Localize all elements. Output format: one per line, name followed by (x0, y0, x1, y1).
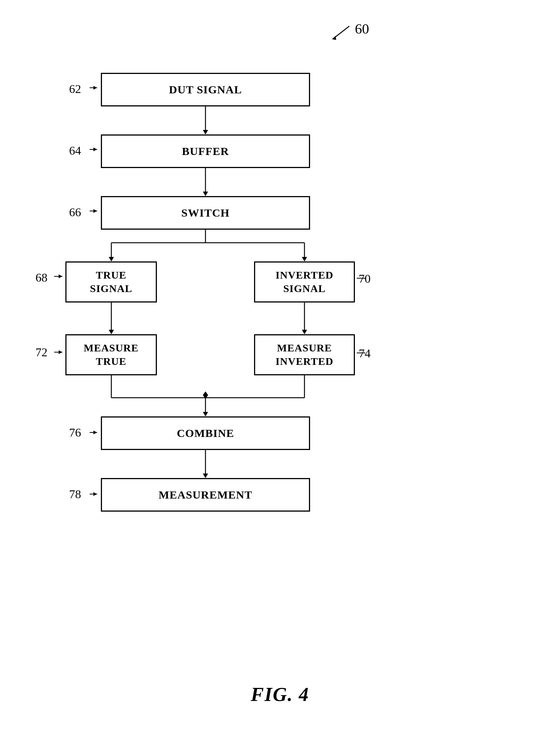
svg-marker-32 (302, 330, 307, 334)
combine-label: COMBINE (177, 427, 234, 440)
inverted-signal-box: INVERTEDSIGNAL (254, 261, 355, 302)
measure-inverted-box: MEASUREINVERTED (254, 334, 355, 375)
svg-marker-7 (93, 209, 97, 213)
buffer-label: BUFFER (182, 145, 229, 158)
svg-marker-5 (93, 148, 97, 151)
measure-inverted-label: MEASUREINVERTED (276, 341, 334, 369)
ref-64-arrow (69, 144, 99, 155)
svg-marker-3 (93, 86, 97, 90)
ref-72-arrow (35, 347, 65, 358)
svg-marker-30 (109, 330, 114, 334)
measure-true-box: MEASURETRUE (65, 334, 157, 375)
ref-74-arrow (355, 349, 366, 357)
ref-66-arrow (69, 205, 99, 217)
svg-marker-9 (59, 274, 62, 278)
diagram-container: 60 DUT SIGNAL 62 BUFFER 64 SWITCH 66 TRU… (0, 0, 560, 754)
measure-true-label: MEASURETRUE (84, 341, 139, 369)
svg-marker-12 (59, 350, 62, 354)
svg-marker-15 (93, 431, 97, 434)
dut-signal-label: DUT SIGNAL (169, 83, 242, 96)
ref-78-arrow (69, 488, 99, 500)
ref-76-arrow (69, 427, 99, 438)
combine-box: COMBINE (101, 416, 310, 450)
inverted-signal-label: INVERTEDSIGNAL (276, 269, 334, 296)
measurement-label: MEASUREMENT (158, 488, 252, 501)
true-signal-box: TRUESIGNAL (65, 261, 157, 302)
figure-caption: FIG. 4 (251, 683, 309, 705)
dut-signal-box: DUT SIGNAL (101, 73, 310, 106)
svg-marker-40 (203, 474, 208, 478)
switch-box: SWITCH (101, 196, 310, 230)
figure-number-label: 60 (355, 21, 369, 37)
true-signal-label: TRUESIGNAL (90, 269, 132, 296)
buffer-box: BUFFER (101, 134, 310, 168)
svg-marker-25 (109, 257, 114, 261)
ref-68-arrow (35, 271, 65, 282)
svg-marker-41 (203, 391, 208, 399)
measurement-box: MEASUREMENT (101, 478, 310, 512)
svg-marker-19 (203, 130, 208, 134)
ref-70-arrow (355, 274, 366, 282)
flow-arrows (0, 0, 560, 754)
svg-marker-28 (302, 257, 307, 261)
figure-number-arrow (325, 22, 355, 45)
ref-62-arrow (69, 82, 99, 93)
svg-marker-38 (203, 412, 208, 416)
switch-label: SWITCH (181, 207, 229, 219)
svg-marker-21 (203, 192, 208, 196)
svg-marker-17 (93, 492, 97, 496)
